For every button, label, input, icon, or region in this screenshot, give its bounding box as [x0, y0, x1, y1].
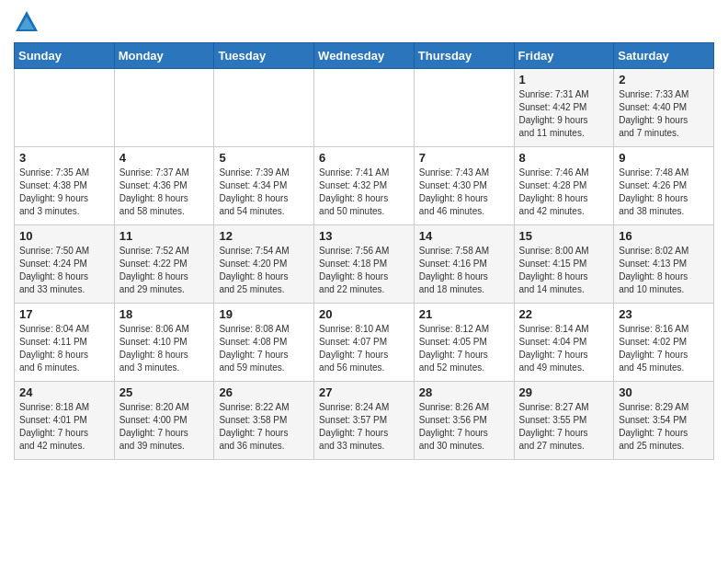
calendar-cell: 11Sunrise: 7:52 AM Sunset: 4:22 PM Dayli… — [114, 225, 214, 304]
calendar-table: SundayMondayTuesdayWednesdayThursdayFrid… — [14, 42, 714, 460]
day-info: Sunrise: 7:33 AM Sunset: 4:40 PM Dayligh… — [619, 88, 709, 140]
calendar-cell: 27Sunrise: 8:24 AM Sunset: 3:57 PM Dayli… — [314, 382, 415, 460]
calendar-cell — [114, 69, 214, 147]
calendar-cell: 4Sunrise: 7:37 AM Sunset: 4:36 PM Daylig… — [114, 147, 214, 225]
day-info: Sunrise: 8:12 AM Sunset: 4:05 PM Dayligh… — [419, 323, 509, 374]
calendar-week-2: 10Sunrise: 7:50 AM Sunset: 4:24 PM Dayli… — [15, 225, 714, 304]
day-number: 11 — [119, 229, 210, 243]
day-info: Sunrise: 8:24 AM Sunset: 3:57 PM Dayligh… — [319, 401, 409, 453]
day-number: 8 — [519, 151, 609, 165]
day-info: Sunrise: 8:10 AM Sunset: 4:07 PM Dayligh… — [319, 323, 409, 374]
day-info: Sunrise: 8:27 AM Sunset: 3:55 PM Dayligh… — [519, 401, 609, 453]
day-number: 22 — [519, 307, 609, 321]
day-info: Sunrise: 7:54 AM Sunset: 4:20 PM Dayligh… — [219, 245, 309, 296]
calendar-cell: 19Sunrise: 8:08 AM Sunset: 4:08 PM Dayli… — [214, 304, 314, 382]
calendar-cell — [15, 69, 115, 147]
day-info: Sunrise: 8:04 AM Sunset: 4:11 PM Dayligh… — [19, 323, 109, 374]
calendar-cell: 24Sunrise: 8:18 AM Sunset: 4:01 PM Dayli… — [15, 382, 115, 460]
day-info: Sunrise: 7:46 AM Sunset: 4:28 PM Dayligh… — [519, 167, 609, 218]
calendar-cell — [214, 69, 314, 147]
day-info: Sunrise: 8:16 AM Sunset: 4:02 PM Dayligh… — [619, 323, 709, 374]
calendar-cell: 26Sunrise: 8:22 AM Sunset: 3:58 PM Dayli… — [214, 382, 314, 460]
header-tuesday: Tuesday — [214, 43, 314, 69]
day-info: Sunrise: 8:22 AM Sunset: 3:58 PM Dayligh… — [219, 401, 309, 453]
logo-icon — [14, 9, 40, 35]
day-info: Sunrise: 7:58 AM Sunset: 4:16 PM Dayligh… — [419, 245, 509, 296]
calendar-cell: 2Sunrise: 7:33 AM Sunset: 4:40 PM Daylig… — [614, 69, 714, 147]
day-number: 15 — [519, 229, 609, 243]
day-number: 18 — [119, 307, 210, 321]
day-number: 26 — [219, 385, 309, 399]
day-info: Sunrise: 7:35 AM Sunset: 4:38 PM Dayligh… — [19, 167, 109, 218]
day-number: 9 — [619, 151, 709, 165]
day-info: Sunrise: 8:02 AM Sunset: 4:13 PM Dayligh… — [619, 245, 709, 296]
day-number: 4 — [119, 151, 210, 165]
day-number: 1 — [519, 73, 609, 86]
calendar-cell: 15Sunrise: 8:00 AM Sunset: 4:15 PM Dayli… — [514, 225, 614, 304]
calendar-cell: 16Sunrise: 8:02 AM Sunset: 4:13 PM Dayli… — [614, 225, 714, 304]
calendar-header-row: SundayMondayTuesdayWednesdayThursdayFrid… — [15, 43, 714, 69]
day-number: 10 — [19, 229, 109, 243]
header-sunday: Sunday — [15, 43, 115, 69]
day-number: 6 — [319, 151, 409, 165]
day-info: Sunrise: 7:56 AM Sunset: 4:18 PM Dayligh… — [319, 245, 409, 296]
day-info: Sunrise: 8:00 AM Sunset: 4:15 PM Dayligh… — [519, 245, 609, 296]
day-number: 29 — [519, 385, 609, 399]
day-info: Sunrise: 7:43 AM Sunset: 4:30 PM Dayligh… — [419, 167, 509, 218]
calendar-cell: 29Sunrise: 8:27 AM Sunset: 3:55 PM Dayli… — [514, 382, 614, 460]
day-info: Sunrise: 7:39 AM Sunset: 4:34 PM Dayligh… — [219, 167, 309, 218]
day-number: 21 — [419, 307, 509, 321]
header-saturday: Saturday — [614, 43, 714, 69]
day-number: 28 — [419, 385, 509, 399]
calendar-cell: 21Sunrise: 8:12 AM Sunset: 4:05 PM Dayli… — [414, 304, 514, 382]
day-number: 2 — [619, 73, 709, 86]
calendar-cell — [314, 69, 415, 147]
calendar-week-3: 17Sunrise: 8:04 AM Sunset: 4:11 PM Dayli… — [15, 304, 714, 382]
header-friday: Friday — [514, 43, 614, 69]
calendar-cell: 22Sunrise: 8:14 AM Sunset: 4:04 PM Dayli… — [514, 304, 614, 382]
calendar-cell: 20Sunrise: 8:10 AM Sunset: 4:07 PM Dayli… — [314, 304, 415, 382]
logo — [14, 9, 43, 35]
day-info: Sunrise: 7:31 AM Sunset: 4:42 PM Dayligh… — [519, 88, 609, 140]
calendar-cell: 18Sunrise: 8:06 AM Sunset: 4:10 PM Dayli… — [114, 304, 214, 382]
day-info: Sunrise: 8:08 AM Sunset: 4:08 PM Dayligh… — [219, 323, 309, 374]
calendar-cell: 5Sunrise: 7:39 AM Sunset: 4:34 PM Daylig… — [214, 147, 314, 225]
calendar-cell: 13Sunrise: 7:56 AM Sunset: 4:18 PM Dayli… — [314, 225, 415, 304]
calendar-cell: 3Sunrise: 7:35 AM Sunset: 4:38 PM Daylig… — [15, 147, 115, 225]
calendar-cell: 7Sunrise: 7:43 AM Sunset: 4:30 PM Daylig… — [414, 147, 514, 225]
day-number: 3 — [19, 151, 109, 165]
day-number: 16 — [619, 229, 709, 243]
page-header — [14, 9, 714, 35]
day-info: Sunrise: 8:26 AM Sunset: 3:56 PM Dayligh… — [419, 401, 509, 453]
day-number: 23 — [619, 307, 709, 321]
day-number: 7 — [419, 151, 509, 165]
calendar-week-4: 24Sunrise: 8:18 AM Sunset: 4:01 PM Dayli… — [15, 382, 714, 460]
calendar-cell: 30Sunrise: 8:29 AM Sunset: 3:54 PM Dayli… — [614, 382, 714, 460]
calendar-cell: 12Sunrise: 7:54 AM Sunset: 4:20 PM Dayli… — [214, 225, 314, 304]
day-number: 27 — [319, 385, 409, 399]
day-number: 19 — [219, 307, 309, 321]
calendar-cell: 14Sunrise: 7:58 AM Sunset: 4:16 PM Dayli… — [414, 225, 514, 304]
day-info: Sunrise: 7:48 AM Sunset: 4:26 PM Dayligh… — [619, 167, 709, 218]
day-info: Sunrise: 8:29 AM Sunset: 3:54 PM Dayligh… — [619, 401, 709, 453]
day-info: Sunrise: 7:50 AM Sunset: 4:24 PM Dayligh… — [19, 245, 109, 296]
day-info: Sunrise: 8:18 AM Sunset: 4:01 PM Dayligh… — [19, 401, 109, 453]
day-number: 13 — [319, 229, 409, 243]
calendar-cell: 10Sunrise: 7:50 AM Sunset: 4:24 PM Dayli… — [15, 225, 115, 304]
day-info: Sunrise: 8:06 AM Sunset: 4:10 PM Dayligh… — [119, 323, 210, 374]
day-number: 30 — [619, 385, 709, 399]
day-number: 24 — [19, 385, 109, 399]
header-wednesday: Wednesday — [314, 43, 415, 69]
day-info: Sunrise: 8:14 AM Sunset: 4:04 PM Dayligh… — [519, 323, 609, 374]
calendar-cell: 17Sunrise: 8:04 AM Sunset: 4:11 PM Dayli… — [15, 304, 115, 382]
calendar-cell: 9Sunrise: 7:48 AM Sunset: 4:26 PM Daylig… — [614, 147, 714, 225]
calendar-cell: 1Sunrise: 7:31 AM Sunset: 4:42 PM Daylig… — [514, 69, 614, 147]
calendar-cell: 25Sunrise: 8:20 AM Sunset: 4:00 PM Dayli… — [114, 382, 214, 460]
day-number: 5 — [219, 151, 309, 165]
header-thursday: Thursday — [414, 43, 514, 69]
day-number: 14 — [419, 229, 509, 243]
calendar-cell — [414, 69, 514, 147]
day-info: Sunrise: 7:37 AM Sunset: 4:36 PM Dayligh… — [119, 167, 210, 218]
calendar-week-1: 3Sunrise: 7:35 AM Sunset: 4:38 PM Daylig… — [15, 147, 714, 225]
calendar-cell: 6Sunrise: 7:41 AM Sunset: 4:32 PM Daylig… — [314, 147, 415, 225]
